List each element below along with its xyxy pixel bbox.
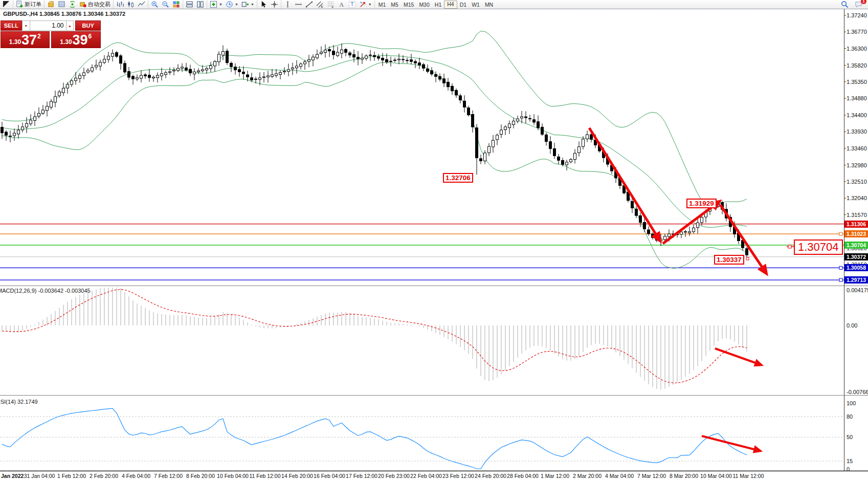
time-label: 7 Feb 12:00 — [154, 473, 183, 479]
chart-line-button[interactable] — [136, 1, 147, 8]
price-tick-1.37240: 1.37240 — [847, 12, 867, 18]
add-indicator-button-dropdown[interactable]: ▼ — [219, 3, 222, 6]
fibonacci-button[interactable]: F — [325, 1, 336, 8]
rsi-axis-15: 15 — [847, 458, 853, 464]
timeframe-w1[interactable]: W1 — [469, 1, 482, 8]
price-tag-1.30058: 1.30058 — [844, 264, 868, 271]
market-watch-button[interactable] — [46, 1, 56, 8]
rsi-arrow[interactable] — [702, 436, 760, 451]
chat-icon[interactable]: 1 — [853, 1, 864, 8]
price-tick-1.33460: 1.33460 — [847, 145, 867, 151]
crosshair-tool-button[interactable] — [269, 1, 280, 8]
zoom-out-button[interactable] — [160, 1, 171, 8]
price-tag-1.30372: 1.30372 — [844, 253, 868, 260]
time-label: 14 Feb 20:00 — [281, 473, 313, 479]
arrange-horizontal-button[interactable] — [184, 1, 195, 8]
price-tick-1.32040: 1.32040 — [847, 195, 867, 201]
horizontal-line-button[interactable] — [293, 1, 304, 8]
hline-marker[interactable] — [839, 278, 842, 281]
price-label-1.30337[interactable]: 1.30337 — [714, 255, 744, 265]
macd-histogram — [2, 288, 747, 389]
macd-axis-top: 0.004179 — [847, 287, 868, 293]
price-tick-1.31570: 1.31570 — [847, 212, 867, 218]
cursor-tool-button[interactable] — [258, 1, 269, 8]
timeframe-m5[interactable]: M5 — [388, 1, 401, 8]
chart-candles-button[interactable] — [125, 1, 136, 8]
sell-price-figure: 1.30 — [9, 38, 21, 46]
callout-anchor[interactable] — [788, 245, 791, 248]
sell-price[interactable]: 1.30 37 2 — [1, 31, 50, 48]
period-clock-button[interactable]: ▼ — [224, 1, 240, 8]
time-label: 10 Mar 04:00 — [700, 473, 732, 479]
period-clock-button-dropdown[interactable]: ▼ — [235, 3, 238, 6]
timeframe-m15[interactable]: M15 — [401, 1, 416, 8]
buy-price[interactable]: 1.30 39 6 — [51, 31, 101, 48]
macd-arrow[interactable] — [715, 348, 761, 365]
text-label-button[interactable]: T — [347, 1, 358, 8]
time-label: 24 Feb 20:00 — [475, 473, 506, 479]
volume-decrease-stepper[interactable]: ▼ — [22, 20, 30, 31]
volume-input[interactable] — [30, 20, 66, 31]
new-order-button[interactable]: 新订单 — [14, 1, 43, 8]
arrange-vertical-button[interactable] — [195, 1, 206, 8]
buy-button[interactable]: BUY — [75, 20, 101, 31]
price-tick-1.35350: 1.35350 — [847, 79, 867, 85]
time-label: 23 Feb 12:00 — [442, 473, 474, 479]
hline-marker[interactable] — [839, 266, 842, 269]
rsi-label: RSI(14) 32.1749 — [0, 399, 38, 405]
time-label: 17 Feb 12:00 — [346, 473, 377, 479]
time-label: 16 Feb 04:00 — [314, 473, 345, 479]
price-tag-1.31306: 1.31306 — [844, 221, 868, 228]
add-indicator-button[interactable]: ▼ — [208, 1, 224, 8]
text-button[interactable]: A — [336, 1, 347, 8]
timeframe-m30[interactable]: M30 — [416, 1, 432, 8]
time-label: 22 Feb 04:00 — [410, 473, 442, 479]
timeframe-mn[interactable]: MN — [482, 1, 496, 8]
price-tick-1.36300: 1.36300 — [847, 46, 867, 52]
vertical-line-button[interactable] — [282, 1, 293, 8]
arrows-tool-button[interactable]: ▼ — [358, 1, 373, 8]
timeframe-m1[interactable]: M1 — [376, 1, 389, 8]
timeframe-d1[interactable]: D1 — [457, 1, 469, 8]
rsi-axis-0: 0 — [847, 466, 850, 472]
timeframe-h1[interactable]: H1 — [432, 1, 444, 8]
macd-signal-line — [2, 290, 747, 383]
rsi-axis-50: 50 — [847, 434, 853, 440]
window-corner-icon[interactable] — [1, 1, 12, 8]
price-label-1.32706[interactable]: 1.32706 — [443, 173, 473, 183]
svg-text:E: E — [321, 5, 323, 8]
time-label: 1 Feb 12:00 — [57, 473, 86, 479]
time-label: 11 Feb 12:00 — [249, 473, 280, 479]
price-callout[interactable]: 1.30704 — [794, 239, 843, 255]
time-label: 31 Jan 04:00 — [24, 473, 55, 479]
chart-shift-button[interactable]: ▼ — [240, 1, 256, 8]
time-label: 2 Feb 20:00 — [90, 473, 118, 479]
price-label-1.31929[interactable]: 1.31929 — [686, 199, 717, 208]
search-icon[interactable] — [839, 1, 850, 8]
time-label: 11 Mar 12:00 — [732, 473, 764, 479]
hline-marker[interactable] — [839, 232, 842, 235]
time-label: 1 Mar 12:00 — [541, 473, 569, 479]
chart-bars-button[interactable] — [115, 1, 125, 8]
trend-arrow-1[interactable] — [589, 128, 660, 241]
signals-button[interactable] — [67, 1, 78, 8]
buy-price-figure: 1.30 — [60, 38, 72, 46]
sell-button[interactable]: SELL — [1, 20, 22, 31]
auto-trading-button[interactable]: 自动交易 — [78, 1, 112, 8]
time-label: Jan 2022 — [1, 473, 24, 479]
time-label: 2 Mar 20:00 — [573, 473, 602, 479]
timeframe-h4[interactable]: H4 — [444, 1, 457, 9]
chart-canvas — [0, 0, 868, 480]
rsi-panel — [0, 408, 844, 469]
data-window-button[interactable] — [56, 1, 67, 8]
trendline-button[interactable] — [304, 1, 315, 8]
arrows-tool-button-dropdown[interactable]: ▼ — [368, 3, 372, 6]
chart-shift-button-dropdown[interactable]: ▼ — [251, 3, 254, 6]
zoom-in-button[interactable] — [149, 1, 160, 8]
symbol-info: GBPUSD-,H4 1.30845 1.30876 1.30346 1.303… — [3, 11, 125, 17]
tile-windows-button[interactable] — [171, 1, 182, 8]
rsi-axis-80: 80 — [847, 413, 853, 420]
equidistant-channel-button[interactable]: E — [315, 1, 325, 8]
label-anchor — [746, 257, 749, 260]
volume-increase-stepper[interactable]: ▲ — [66, 20, 74, 31]
